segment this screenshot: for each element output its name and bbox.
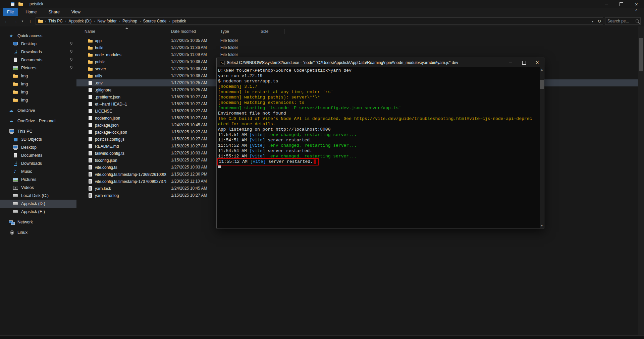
console-line: [nodemon] watching extensions: ts (218, 100, 540, 106)
breadcrumb-item-new-folder[interactable]: New folder (97, 19, 117, 23)
location-icon (38, 18, 43, 24)
cmd-window-controls: × (504, 58, 544, 67)
search-box[interactable] (605, 17, 641, 25)
tab-share[interactable]: Share (44, 8, 64, 16)
breadcrumb-item-petstick[interactable]: petstick (172, 19, 187, 23)
sidebar-item-music[interactable]: Music (0, 167, 76, 176)
sidebar-item-pictures[interactable]: Pictures (0, 64, 76, 72)
back-button[interactable]: ← (2, 17, 11, 25)
sidebar-item-videos[interactable]: Videos (0, 184, 76, 192)
sidebar-item-label: img (21, 90, 28, 94)
file-name: yarn-error.log (95, 193, 119, 198)
address-dropdown-button[interactable]: ▾ (589, 19, 596, 23)
tab-home[interactable]: Home (21, 8, 41, 16)
scroll-down-icon[interactable]: ▼ (540, 224, 544, 227)
search-input[interactable] (605, 19, 635, 23)
forward-button[interactable]: → (11, 17, 19, 25)
sidebar-item-downloads[interactable]: Downloads (0, 48, 76, 56)
file-name: .gitignore (95, 88, 111, 92)
console-scrollbar-thumb[interactable] (540, 80, 544, 89)
file-row-app[interactable]: app1/27/2025 10:35 AMFile folder (76, 37, 638, 44)
sidebar-item-downloads[interactable]: Downloads (0, 159, 76, 167)
sidebar-item-appstick-e[interactable]: Appstick (E:) (0, 208, 76, 216)
close-button[interactable]: × (629, 0, 644, 8)
sidebar-item-label: Local Disk (C:) (21, 193, 49, 198)
column-header-type[interactable]: Type (220, 26, 229, 37)
cmd-title: Select C:\WINDOWS\system32\cmd.exe - "no… (227, 60, 458, 65)
sidebar-item-label: Pictures (21, 177, 36, 182)
file-name: vite.config.ts (95, 165, 117, 170)
sidebar-item-img[interactable]: img (0, 96, 76, 104)
sidebar-item-linux[interactable]: Linux (0, 228, 76, 236)
sidebar-item-this-pc[interactable]: This PC (0, 127, 76, 135)
sidebar-item-onedrive[interactable]: OneDrive (0, 107, 76, 115)
sidebar-item-desktop[interactable]: Desktop (0, 143, 76, 151)
folder-icon[interactable] (18, 1, 23, 7)
file-name-cell: tailwind.config.ts (88, 150, 166, 157)
breadcrumb-item-source-code[interactable]: Source Code (143, 19, 167, 23)
sidebar-item-network[interactable]: Network (0, 218, 76, 226)
file-date-modified: 1/27/2025 10:38 AM (171, 72, 207, 79)
minimize-ribbon-button[interactable]: ^ (633, 9, 639, 13)
file-name-cell: README.md (88, 143, 166, 150)
minimize-button[interactable] (599, 0, 614, 8)
file-name-cell: .env (88, 79, 166, 86)
breadcrumb-item-petshop[interactable]: Petshop (122, 19, 138, 23)
console-output[interactable]: D:\New folder\Petshop\Source Code\petsti… (217, 67, 540, 228)
file-name-cell: node_modules (88, 51, 166, 58)
file-date-modified: 1/27/2025 10:38 AM (171, 65, 207, 72)
file-date-modified: 1/17/2025 10:25 AM (171, 86, 207, 93)
sidebar-item-quick-access[interactable]: Quick access (0, 32, 76, 40)
file-date-modified: 1/15/2025 12:30 PM (171, 171, 207, 178)
cmd-maximize-button[interactable] (517, 58, 531, 67)
sidebar-item-onedrive-personal[interactable]: OneDrive - Personal (0, 117, 76, 125)
folder-icon (88, 45, 93, 51)
console-text: [nodemon] watching path(s): server\**\* (218, 95, 320, 100)
file-name-cell: vite.config.ts.timestamp-1737609027378-.… (88, 178, 166, 185)
sidebar-item-desktop[interactable]: Desktop (0, 40, 76, 48)
scroll-up-icon[interactable]: ▲ (540, 68, 544, 71)
file-name: server (95, 67, 106, 71)
breadcrumb-separator-icon: › (92, 19, 97, 23)
sidebar-item-pictures[interactable]: Pictures (0, 176, 76, 184)
file-row-node-modules[interactable]: node_modules1/27/2025 11:09 AMFile folde… (76, 51, 638, 58)
sidebar-item-label: Videos (21, 185, 34, 190)
tab-file[interactable]: File (3, 8, 18, 16)
up-button[interactable]: ↑ (26, 17, 34, 25)
console-text: D:\New folder\Petshop\Source Code\petsti… (218, 68, 352, 73)
column-header-name[interactable]: Name (85, 26, 95, 37)
column-header-size[interactable]: Size (261, 26, 268, 37)
sidebar-item-documents[interactable]: Documents (0, 56, 76, 64)
sidebar-item-img[interactable]: img (0, 72, 76, 80)
properties-icon[interactable] (10, 1, 15, 7)
sidebar-item-img[interactable]: img (0, 80, 76, 88)
sidebar-item-documents[interactable]: Documents (0, 151, 76, 159)
tab-view[interactable]: View (67, 8, 85, 16)
file-icon (88, 172, 93, 177)
breadcrumb-item-appstick-d[interactable]: Appstick (D:) (68, 19, 92, 23)
breadcrumb-item-this-pc[interactable]: This PC (48, 19, 63, 23)
column-header-date-modified[interactable]: Date modified (171, 26, 196, 37)
console-text: [nodemon] watching extensions: ts (218, 100, 304, 105)
address-bar[interactable]: ›This PC›Appstick (D:)›New folder›Petsho… (36, 17, 603, 25)
cmd-close-button[interactable]: × (531, 58, 544, 67)
console-line: App listening on port http://localhost:8… (218, 127, 540, 132)
download-icon (13, 49, 18, 55)
cmd-minimize-button[interactable] (504, 58, 517, 67)
sidebar-item-appstick-d[interactable]: Appstick (D:) (0, 200, 76, 208)
scrollbar-thumb[interactable] (639, 38, 643, 71)
recent-locations-button[interactable]: ▾ (19, 17, 25, 25)
titlebar[interactable]: petstick × (0, 0, 644, 8)
cmd-icon (219, 60, 225, 65)
maximize-button[interactable] (614, 0, 629, 8)
file-list-scrollbar[interactable] (638, 26, 644, 336)
sidebar-item-img[interactable]: img (0, 88, 76, 96)
penguin-icon (9, 230, 14, 235)
sidebar-item-3d-objects[interactable]: 3D Objects (0, 135, 76, 143)
cmd-titlebar[interactable]: Select C:\WINDOWS\system32\cmd.exe - "no… (217, 58, 544, 67)
console-scrollbar[interactable]: ▲ ▼ (540, 67, 544, 228)
sidebar-item-local-disk-c[interactable]: Local Disk (C:) (0, 192, 76, 200)
file-icon (88, 109, 93, 114)
file-row-build[interactable]: build1/27/2025 11:36 AMFile folder (76, 44, 638, 51)
refresh-button[interactable]: ↻ (596, 19, 603, 24)
